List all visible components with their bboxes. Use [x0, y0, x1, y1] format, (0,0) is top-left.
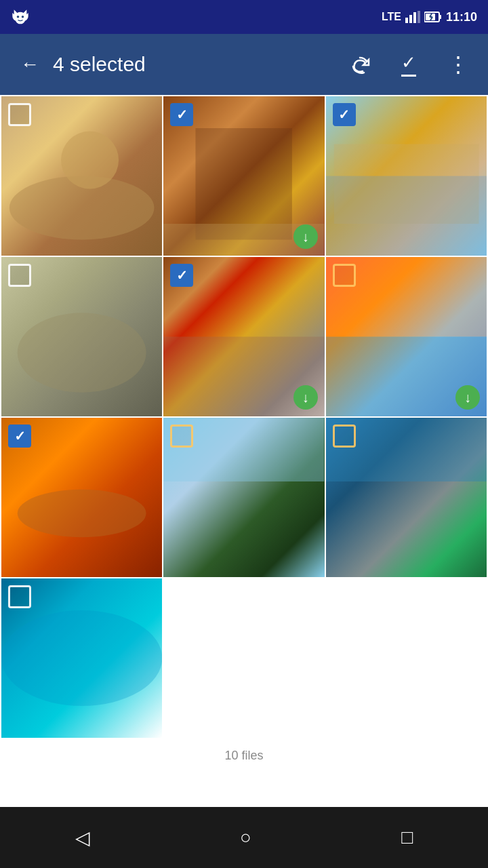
checkbox-cat[interactable] — [8, 264, 31, 287]
nav-home-button[interactable]: ○ — [220, 820, 272, 855]
lte-label: LTE — [382, 11, 401, 23]
grid-item-street[interactable] — [163, 257, 324, 416]
more-options-button[interactable]: ⋮ — [442, 48, 474, 81]
grid-item-palace[interactable] — [326, 96, 487, 256]
signal-icon — [405, 11, 420, 23]
grid-item-building[interactable] — [163, 96, 324, 256]
svg-point-1 — [22, 16, 24, 18]
toolbar: ← 4 selected ✓ ⋮ — [0, 34, 488, 95]
checkbox-mountain[interactable] — [170, 425, 193, 448]
refresh-icon — [350, 54, 370, 75]
nav-back-button[interactable]: ◁ — [55, 820, 110, 856]
time-display: 11:10 — [446, 10, 477, 24]
refresh-button[interactable] — [344, 49, 375, 80]
download-badge-building[interactable] — [293, 224, 318, 249]
download-badge-street[interactable] — [293, 385, 318, 410]
checkbox-dog[interactable] — [8, 103, 31, 126]
cat-app-icon — [11, 8, 30, 30]
files-label: 10 files — [224, 749, 263, 762]
checkbox-coast[interactable] — [333, 425, 356, 448]
battery-icon — [424, 11, 442, 23]
svg-rect-4 — [413, 12, 416, 23]
svg-rect-5 — [418, 11, 420, 23]
grid-item-dog[interactable] — [1, 96, 162, 256]
check-icon: ✓ — [401, 52, 416, 73]
back-button[interactable]: ← — [14, 47, 46, 82]
grid-item-mountain[interactable] — [163, 418, 324, 577]
svg-rect-3 — [409, 15, 412, 23]
status-bar: LTE 11:10 — [0, 0, 488, 34]
underline-decoration — [401, 75, 416, 77]
checkbox-building[interactable] — [170, 103, 193, 126]
checkbox-palace[interactable] — [333, 103, 356, 126]
more-icon: ⋮ — [447, 54, 469, 75]
grid-item-cat[interactable] — [1, 257, 162, 416]
checkbox-wave[interactable] — [8, 585, 31, 608]
grid-item-sunset[interactable] — [326, 257, 487, 416]
checkbox-street[interactable] — [170, 264, 193, 287]
grid-item-pancakes[interactable] — [1, 418, 162, 577]
status-icons: LTE 11:10 — [382, 10, 477, 24]
cat-icon — [11, 8, 30, 27]
nav-recents-button[interactable]: □ — [381, 820, 433, 855]
toolbar-action-icons: ✓ ⋮ — [344, 47, 474, 82]
grid-item-wave[interactable] — [1, 578, 162, 738]
svg-rect-2 — [405, 18, 408, 23]
download-badge-sunset[interactable] — [455, 385, 480, 410]
select-all-button[interactable]: ✓ — [396, 47, 422, 82]
image-grid — [0, 95, 488, 739]
grid-item-coast[interactable] — [326, 418, 487, 577]
svg-rect-7 — [439, 15, 441, 19]
checkbox-pancakes[interactable] — [8, 425, 31, 448]
checkbox-sunset[interactable] — [333, 264, 356, 287]
svg-point-0 — [17, 16, 20, 18]
toolbar-title: 4 selected — [53, 53, 344, 76]
files-count: 10 files — [0, 739, 488, 772]
navigation-bar: ◁ ○ □ — [0, 807, 488, 868]
